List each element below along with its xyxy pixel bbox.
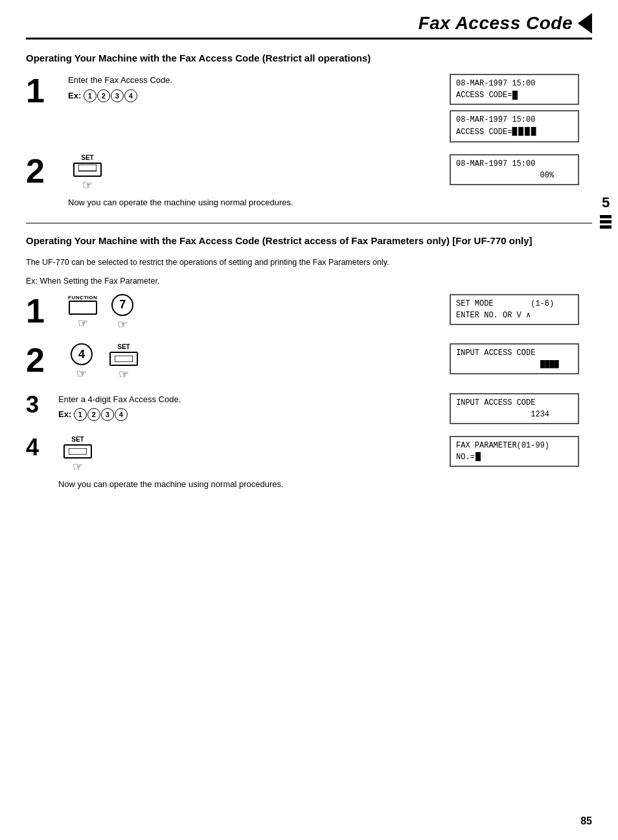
key4[interactable]: 4 — [71, 343, 93, 365]
s2-lcd1: SET MODE (1-6) ENTER NO. OR V ∧ — [450, 294, 579, 325]
step1-content: Enter the Fax Access Code. Ex: 1234 — [68, 74, 450, 105]
section2-heading: Operating Your Machine with the Fax Acce… — [26, 234, 592, 247]
sidebar-line1 — [600, 215, 612, 218]
set-button-wrap2: SET ☞ — [104, 343, 143, 381]
s2-lcd4: FAX PARAMETER(01-99) NO.= — [450, 436, 579, 467]
step1-key4: 4 — [124, 89, 137, 102]
step1-ex: Ex: 1234 — [68, 89, 437, 102]
section1: Operating Your Machine with the Fax Acce… — [26, 51, 592, 211]
s2-step1-content: FUNCTION ☞ 7 ☞ — [68, 294, 450, 332]
s2-step1-display: SET MODE (1-6) ENTER NO. OR V ∧ — [450, 294, 592, 325]
s2-step1-number: 1 — [26, 294, 62, 328]
set-button1[interactable] — [73, 163, 102, 177]
s2-lcd2: INPUT ACCESS CODE ████ — [450, 343, 579, 374]
set-button3[interactable] — [63, 444, 92, 459]
s2-step1-buttons: FUNCTION ☞ 7 ☞ — [68, 294, 437, 332]
s2-step2-buttons: 4 ☞ SET ☞ — [68, 343, 437, 381]
step1-key2: 2 — [97, 89, 110, 102]
section2-subtext1: The UF-770 can be selected to restrict t… — [26, 256, 592, 269]
s2-key4: 4 — [115, 408, 128, 421]
step1-ex-label: Ex: — [68, 91, 81, 100]
sidebar-number: 5 — [602, 194, 610, 211]
function-button[interactable] — [69, 301, 97, 315]
hand-icon2: ☞ — [119, 367, 129, 381]
sidebar-line2 — [600, 220, 612, 223]
s2-lcd2-blocks: ████ — [456, 360, 559, 369]
section2: Operating Your Machine with the Fax Acce… — [26, 234, 592, 493]
lcd1a: 08-MAR-1997 15:00 ACCESS CODE= — [450, 74, 579, 105]
section2-subtext2: Ex: When Setting the Fax Parameter. — [26, 275, 592, 288]
hand-icon-fn: ☞ — [78, 316, 88, 330]
section1-heading: Operating Your Machine with the Fax Acce… — [26, 51, 592, 65]
s2-step3-ex-label: Ex: — [58, 409, 71, 419]
step1-key3: 3 — [111, 89, 124, 102]
s2-step3-number: 3 — [26, 393, 52, 416]
set-btn-rect-icon2 — [115, 356, 133, 362]
set-button-wrap1: SET ☞ — [68, 154, 107, 192]
lcd1b: 08-MAR-1997 15:00 ACCESS CODE=████ — [450, 110, 579, 142]
svg-rect-0 — [78, 165, 97, 171]
s2-key3: 3 — [101, 408, 114, 421]
section2-step3: 3 Enter a 4-digit Fax Access Code. Ex: 1… — [26, 393, 592, 424]
s2-step2-display: INPUT ACCESS CODE ████ — [450, 343, 592, 374]
s2-step2-content: 4 ☞ SET ☞ — [68, 343, 450, 381]
key4-wrap: 4 ☞ — [71, 343, 93, 381]
s2-step2-number: 2 — [26, 343, 62, 377]
s2-key1: 1 — [74, 408, 87, 421]
s2-step4-number: 4 — [26, 436, 52, 459]
set-btn-rect-icon — [78, 165, 97, 175]
set-btn-rect-icon3 — [69, 448, 87, 455]
section2-step1: 1 FUNCTION ☞ 7 ☞ SET MODE (1-6) ENTE — [26, 294, 592, 332]
hand-icon1: ☞ — [82, 178, 93, 192]
svg-rect-2 — [69, 448, 87, 455]
step2-note: Now you can operate the machine using no… — [68, 196, 437, 209]
step2-content: SET ☞ Now you can operate the machine us… — [68, 154, 450, 212]
key7[interactable]: 7 — [111, 294, 133, 316]
section-divider — [26, 223, 592, 223]
key7-wrap: 7 ☞ — [111, 294, 133, 332]
svg-rect-1 — [115, 356, 133, 362]
set-button-wrap3: SET ☞ — [58, 436, 97, 474]
s2-key2: 2 — [87, 408, 100, 421]
section1-step2: 2 SET ☞ Now you can operate the machine … — [26, 154, 592, 212]
function-button-wrap: FUNCTION ☞ — [68, 295, 97, 330]
step1-number: 1 — [26, 74, 62, 108]
step2-displays: 08-MAR-1997 15:00 00% — [450, 154, 592, 185]
page-title: Fax Access Code — [418, 13, 573, 34]
step1-key1: 1 — [84, 89, 97, 102]
section1-step1: 1 Enter the Fax Access Code. Ex: 1234 08… — [26, 74, 592, 142]
s2-step4-display: FAX PARAMETER(01-99) NO.= — [450, 436, 592, 467]
section2-step4: 4 SET ☞ Now you can operate the machine … — [26, 436, 592, 494]
s2-step3-ex: Ex: 1234 — [58, 408, 437, 421]
set-label2: SET — [117, 343, 130, 350]
s2-step3-instruction: Enter a 4-digit Fax Access Code. — [58, 393, 437, 406]
s2-step4-note: Now you can operate the machine using no… — [58, 478, 437, 491]
set-label1: SET — [81, 154, 93, 161]
triangle-icon — [578, 13, 592, 34]
s2-step3-display: INPUT ACCESS CODE 1234 — [450, 393, 592, 424]
lcd2a: 08-MAR-1997 15:00 00% — [450, 154, 579, 185]
set-button2[interactable] — [109, 352, 138, 366]
sidebar-line3 — [600, 225, 612, 229]
function-label: FUNCTION — [68, 295, 97, 301]
step1-instruction: Enter the Fax Access Code. — [68, 74, 437, 87]
s2-step4-content: SET ☞ Now you can operate the machine us… — [58, 436, 450, 494]
hand-icon-7: ☞ — [117, 317, 128, 332]
step2-number: 2 — [26, 154, 62, 188]
step1-displays: 08-MAR-1997 15:00 ACCESS CODE= 08-MAR-19… — [450, 74, 592, 142]
s2-lcd3: INPUT ACCESS CODE 1234 — [450, 393, 579, 424]
sidebar-section: 5 — [600, 194, 612, 229]
s2-step3-content: Enter a 4-digit Fax Access Code. Ex: 123… — [58, 393, 450, 424]
page-header: Fax Access Code — [26, 13, 592, 40]
page-number: 85 — [580, 815, 592, 827]
hand-icon3: ☞ — [73, 460, 83, 474]
section2-step2: 2 4 ☞ SET ☞ INP — [26, 343, 592, 381]
set-label3: SET — [71, 436, 84, 443]
hand-icon-4: ☞ — [76, 367, 87, 381]
